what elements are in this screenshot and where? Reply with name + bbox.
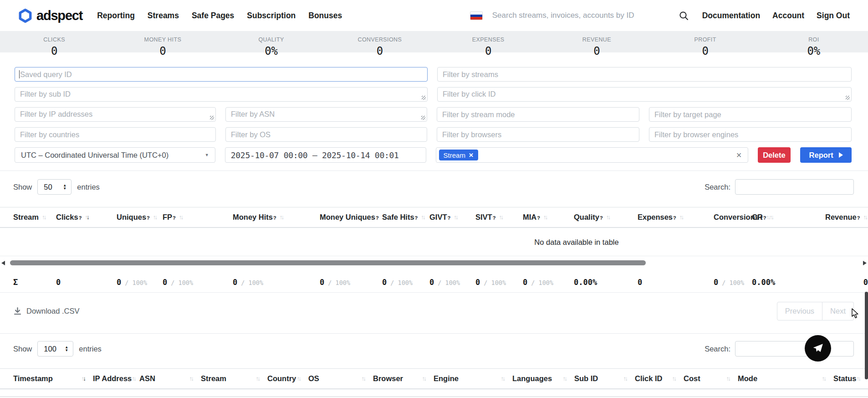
sort-arrows-icon: ↑↓ <box>256 375 261 382</box>
nav-link[interactable]: Bonuses <box>308 11 342 21</box>
help-superscript[interactable]: ? <box>763 215 766 221</box>
help-superscript[interactable]: ? <box>537 215 540 221</box>
russia-flag-icon[interactable] <box>470 12 482 20</box>
table1-column-header[interactable]: Money Hits? ↑↓ <box>233 213 320 222</box>
table1-column-header[interactable]: Clicks? ↑↓ <box>56 213 117 222</box>
search-icon[interactable] <box>679 11 689 21</box>
nav-link[interactable]: Documentation <box>702 11 760 21</box>
filter-ip-wrap <box>15 107 216 122</box>
table2-column-header[interactable]: Engine ↑↓ <box>434 374 512 383</box>
help-superscript[interactable]: ? <box>415 215 418 221</box>
table1-summary-row: Σ 0 0 / 100% 0 / 100% 0 / 100% <box>0 272 868 293</box>
table2-search-input[interactable] <box>735 341 854 357</box>
group-by-select[interactable]: Stream ✕ × <box>436 147 748 163</box>
table2-column-header[interactable]: Browser ↑↓ <box>373 374 434 383</box>
table2-column-header[interactable]: OS ↑↓ <box>308 374 373 383</box>
table1-column-header[interactable]: Uniques? ↑↓ <box>117 213 163 222</box>
help-superscript[interactable]: ? <box>600 215 603 221</box>
sort-arrows-icon: ↑↓ <box>672 375 677 382</box>
filter-browser-engines-input[interactable] <box>649 127 852 142</box>
table1-column-header[interactable]: Revenue? ↑↓ <box>825 213 868 222</box>
help-superscript[interactable]: ? <box>273 215 276 221</box>
table2-column-header[interactable]: Timestamp ↑↓ <box>13 374 93 383</box>
nav-link[interactable]: Safe Pages <box>192 11 234 21</box>
column-label: Safe Hits <box>382 213 414 222</box>
table2-column-header[interactable]: Stream ↑↓ <box>201 374 267 383</box>
timezone-select[interactable]: UTC – Coordinated Universal Time (UTC+0)… <box>15 147 215 163</box>
delete-button[interactable]: Delete <box>758 147 791 163</box>
summary-share: / 100% <box>171 279 193 286</box>
nav-link[interactable]: Account <box>772 11 804 21</box>
table1-column-header[interactable]: MIA? ↑↓ <box>523 213 574 222</box>
nav-link[interactable]: Reporting <box>97 11 135 21</box>
table2-column-header[interactable]: Country ↑↓ <box>267 374 308 383</box>
table1-column-header[interactable]: Expenses? ↑↓ <box>638 213 714 222</box>
table2-column-header[interactable]: Languages ↑↓ <box>512 374 574 383</box>
filter-asn-textarea[interactable] <box>225 107 427 122</box>
vertical-scrollbar-thumb[interactable] <box>865 292 868 379</box>
nav-link[interactable]: Streams <box>148 11 179 21</box>
table1-column-header[interactable]: Quality? ↑↓ <box>574 213 638 222</box>
table1-column-header[interactable]: FP? ↑↓ <box>163 213 233 222</box>
filter-stream-mode-input[interactable] <box>437 107 639 122</box>
date-range-input[interactable] <box>225 147 426 163</box>
filter-streams-input[interactable] <box>437 67 852 82</box>
horizontal-scrollbar[interactable] <box>0 259 868 267</box>
table1-column-header[interactable]: GIVT? ↑↓ <box>429 213 475 222</box>
filter-countries-input[interactable] <box>15 127 216 142</box>
page-size-select[interactable]: 50 ▲▼ <box>37 179 71 195</box>
remove-tag-icon[interactable]: ✕ <box>469 152 474 159</box>
table2-column-header[interactable]: Mode ↑↓ <box>738 374 833 383</box>
download-csv-link[interactable]: Download .CSV <box>13 307 79 315</box>
table2-column-header[interactable]: ASN ↑↓ <box>139 374 201 383</box>
nav-link[interactable]: Sign Out <box>817 11 850 21</box>
filter-target-page-input[interactable] <box>649 107 852 122</box>
table2-column-header[interactable]: IP Address ↑↓ <box>93 374 139 383</box>
page-size-select[interactable]: 100 ▲▼ <box>37 341 73 357</box>
table1-column-header[interactable]: Safe Hits? ↑↓ <box>382 213 429 222</box>
filter-subid-textarea[interactable] <box>15 87 428 102</box>
clear-tags-icon[interactable]: × <box>736 150 742 160</box>
report-button[interactable]: Report <box>800 147 852 163</box>
previous-page-button[interactable]: Previous <box>777 302 822 320</box>
filter-ip-textarea[interactable] <box>15 107 216 122</box>
telegram-chat-button[interactable] <box>805 335 831 362</box>
filter-os-input[interactable] <box>225 127 427 142</box>
column-label: Expenses <box>638 213 673 222</box>
table1-column-header[interactable]: CR? ↑↓ <box>752 213 825 222</box>
table2-column-header[interactable]: Cost ↑↓ <box>684 374 738 383</box>
help-superscript[interactable]: ? <box>493 215 496 221</box>
global-search-input[interactable] <box>492 11 675 20</box>
help-superscript[interactable]: ? <box>173 215 176 221</box>
help-superscript[interactable]: ? <box>857 215 860 221</box>
next-page-button[interactable]: Next <box>822 302 854 320</box>
filter-browsers-input[interactable] <box>437 127 639 142</box>
group-tag[interactable]: Stream ✕ <box>439 150 478 160</box>
help-superscript[interactable]: ? <box>79 215 82 221</box>
sort-arrows-icon: ↑↓ <box>679 214 684 221</box>
scroll-left-arrow-icon[interactable] <box>1 261 5 265</box>
summary-cell: 0.00% <box>574 278 638 287</box>
filter-clickid-textarea[interactable] <box>437 87 852 102</box>
timezone-value: UTC – Coordinated Universal Time (UTC+0) <box>21 151 168 160</box>
table1-column-header[interactable]: Money Uniques? ↑↓ <box>320 213 382 222</box>
saved-query-input[interactable] <box>15 67 428 82</box>
logo[interactable]: adspect <box>18 8 82 23</box>
scrollbar-thumb[interactable] <box>10 260 646 265</box>
table2-column-header[interactable]: Sub ID ↑↓ <box>574 374 635 383</box>
column-label: GIVT <box>429 213 447 222</box>
table1-column-header[interactable]: SIVT? ↑↓ <box>475 213 523 222</box>
table1-column-header[interactable]: Stream ↑↓ <box>13 213 56 222</box>
table1-column-header[interactable]: Conversions? ↑↓ <box>714 213 752 222</box>
help-superscript[interactable]: ? <box>673 215 676 221</box>
table1-search-input[interactable] <box>735 179 854 195</box>
stat-value: 0 <box>542 45 651 57</box>
help-superscript[interactable]: ? <box>448 215 451 221</box>
nav-link[interactable]: Subscription <box>247 11 296 21</box>
help-superscript[interactable]: ? <box>376 215 379 221</box>
table2-column-header[interactable]: Click ID ↑↓ <box>635 374 684 383</box>
scroll-right-arrow-icon[interactable] <box>863 261 867 265</box>
sort-arrows-icon: ↑↓ <box>563 375 568 382</box>
table2-column-header[interactable]: Status ↑↓ <box>833 374 868 383</box>
help-superscript[interactable]: ? <box>147 215 150 221</box>
